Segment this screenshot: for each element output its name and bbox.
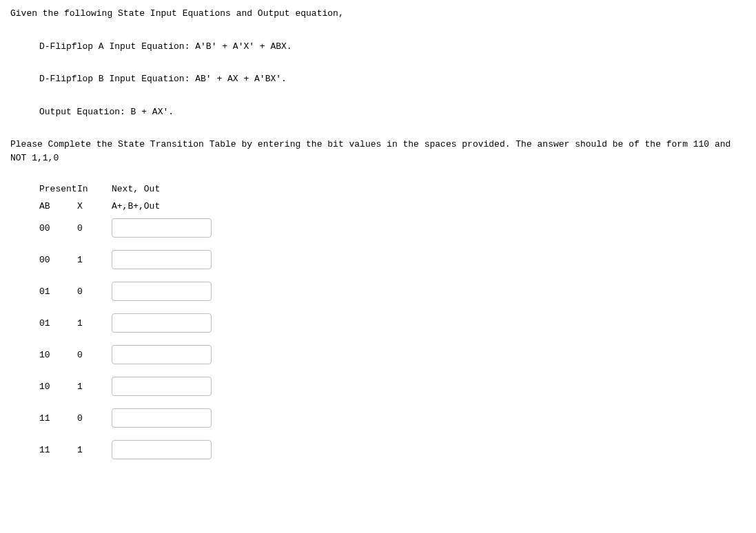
state-table: Present In Next, Out AB X A+,B+,Out 00 0… — [39, 184, 746, 459]
answer-input[interactable] — [112, 440, 212, 459]
cell-x: 1 — [77, 445, 112, 455]
cell-ab: 10 — [39, 382, 77, 392]
equation-b: D-Flipflop B Input Equation: AB' + AX + … — [39, 72, 746, 86]
table-header-group1: Present In Next, Out — [39, 184, 746, 194]
table-row: 11 1 — [39, 440, 746, 459]
table-row: 00 0 — [39, 218, 746, 238]
answer-input[interactable] — [112, 345, 212, 364]
cell-x: 1 — [77, 255, 112, 265]
table-header-group2: AB X A+,B+,Out — [39, 201, 746, 211]
cell-ab: 01 — [39, 286, 77, 297]
table-row: 00 1 — [39, 250, 746, 269]
answer-input[interactable] — [112, 218, 212, 238]
cell-x: 0 — [77, 413, 112, 424]
cell-ab: 00 — [39, 223, 77, 233]
cell-x: 1 — [77, 318, 112, 328]
cell-ab: 11 — [39, 445, 77, 455]
table-row: 01 0 — [39, 282, 746, 301]
answer-input[interactable] — [112, 250, 212, 269]
cell-ab: 10 — [39, 350, 77, 360]
header-cols: A+,B+,Out — [112, 201, 222, 211]
cell-x: 0 — [77, 286, 112, 297]
table-row: 01 1 — [39, 313, 746, 333]
header-in: In — [77, 184, 112, 194]
intro-text: Given the following State Input Equation… — [10, 7, 746, 21]
header-present: Present — [39, 184, 77, 194]
equation-a: D-Flipflop A Input Equation: A'B' + A'X'… — [39, 40, 746, 54]
equation-out: Output Equation: B + AX'. — [39, 105, 746, 119]
header-x: X — [77, 201, 112, 211]
cell-x: 0 — [77, 350, 112, 360]
answer-input[interactable] — [112, 377, 212, 396]
table-row: 11 0 — [39, 408, 746, 428]
header-nextout: Next, Out — [112, 184, 222, 194]
table-row: 10 1 — [39, 377, 746, 396]
answer-input[interactable] — [112, 408, 212, 428]
cell-ab: 01 — [39, 318, 77, 328]
table-row: 10 0 — [39, 345, 746, 364]
cell-ab: 00 — [39, 255, 77, 265]
cell-ab: 11 — [39, 413, 77, 424]
cell-x: 0 — [77, 223, 112, 233]
answer-input[interactable] — [112, 313, 212, 333]
cell-x: 1 — [77, 382, 112, 392]
header-ab: AB — [39, 201, 77, 211]
answer-input[interactable] — [112, 282, 212, 301]
instructions-text: Please Complete the State Transition Tab… — [10, 138, 746, 165]
